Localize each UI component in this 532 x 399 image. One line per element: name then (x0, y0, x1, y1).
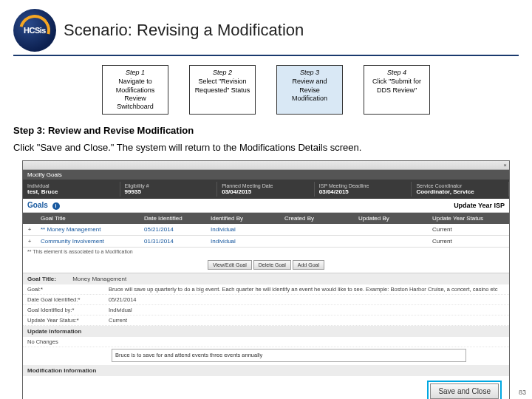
context-label: Eligibility # (125, 183, 213, 188)
no-changes-label: No Changes (27, 338, 109, 345)
view-edit-goal-button[interactable]: View/Edit Goal (208, 260, 252, 270)
cell: Individual (206, 236, 280, 247)
goal-title-value: Money Management (72, 276, 126, 282)
step-name: Step 3 (282, 69, 338, 77)
mod-association-note: ** This element is associated to a Modif… (23, 248, 509, 257)
update-textarea[interactable]: Bruce is to save for and attend events t… (112, 349, 466, 362)
cell: 05/21/2014 (140, 224, 206, 235)
cell: Current (428, 224, 509, 235)
slide-title: Scenario: Revising a Modification (64, 21, 304, 40)
column-header: Created By (280, 213, 354, 224)
context-cell: Eligibility #99935 (120, 182, 218, 197)
expand-toggle[interactable]: + (23, 236, 36, 247)
embedded-screenshot: × Modify Goals Individualtest, BruceElig… (22, 160, 510, 399)
column-header (23, 213, 36, 224)
step-body: Select "Revision Requested" Status (195, 78, 250, 93)
detail-row: Goal Identified by:*Individual (23, 305, 509, 316)
table-row[interactable]: +** Money Management05/21/2014Individual… (23, 224, 509, 236)
column-header: Goal Title (36, 213, 140, 224)
goals-table-header: Goal TitleDate IdentifiedIdentified ByCr… (23, 213, 509, 224)
context-cell: Service CoordinatorCoordinator, Service (412, 182, 509, 197)
cell: Community Involvement (36, 236, 140, 247)
column-header: Update Year Status (428, 213, 509, 224)
detail-value: Current (109, 317, 505, 324)
no-changes-row: No Changes (23, 337, 509, 347)
detail-key: Date Goal Identified:* (27, 296, 109, 303)
cell (280, 236, 354, 247)
context-cell: Planned Meeting Date03/04/2015 (217, 182, 315, 197)
column-header: Date Identified (140, 213, 206, 224)
context-label: Individual (27, 183, 115, 188)
context-cell: Individualtest, Bruce (23, 182, 120, 197)
update-year-label: Update Year ISP (454, 202, 505, 209)
step-name: Step 1 (107, 69, 163, 77)
detail-value: Bruce will save up quarterly to do a big… (109, 286, 505, 293)
goals-label: Goals (27, 201, 48, 209)
detail-key: Goal Identified by:* (27, 307, 109, 313)
instruction-text: Click "Save and Close." The system will … (13, 142, 519, 153)
goal-action-row: View/Edit GoalDelete GoalAdd Goal (23, 257, 509, 273)
step-box-3: Step 3Review and Revise Modification (276, 65, 343, 115)
step-box-1: Step 1Navigate to Modifications Review S… (102, 65, 168, 115)
slide-header: HCSis Scenario: Revising a Modification (13, 9, 519, 56)
context-value: 03/04/2015 (222, 188, 310, 195)
column-header: Identified By (206, 213, 280, 224)
step-body: Click "Submit for DDS Review" (372, 78, 421, 93)
cell: Current (428, 236, 509, 247)
cell: ** Money Management (36, 224, 140, 235)
step-body: Review and Revise Modification (292, 78, 327, 102)
cell (354, 224, 428, 235)
cell: Individual (206, 224, 280, 235)
info-icon[interactable]: i (52, 202, 60, 210)
column-header: Updated By (354, 213, 428, 224)
close-icon[interactable]: × (503, 162, 507, 168)
step-name: Step 2 (194, 69, 250, 77)
window-chrome: × (23, 161, 509, 170)
context-label: Planned Meeting Date (222, 183, 310, 188)
modification-info-header: Modification Information (23, 365, 509, 376)
cell: 01/31/2014 (140, 236, 206, 247)
section-heading: Step 3: Review and Revise Modification (13, 125, 519, 136)
detail-row: Date Goal Identified:*05/21/2014 (23, 295, 509, 305)
cell (354, 236, 428, 247)
expand-toggle[interactable]: + (23, 224, 36, 235)
context-bar: Individualtest, BruceEligibility #99935P… (23, 180, 509, 199)
context-value: 03/04/2015 (319, 188, 407, 195)
logo-text: HCSis (24, 26, 46, 35)
step-box-4: Step 4Click "Submit for DDS Review" (364, 65, 430, 115)
step-name: Step 4 (369, 69, 425, 77)
context-cell: ISP Meeting Deadline03/04/2015 (315, 182, 412, 197)
context-value: Coordinator, Service (416, 188, 504, 195)
delete-goal-button[interactable]: Delete Goal (253, 260, 291, 270)
detail-value: Individual (109, 307, 505, 313)
add-goal-button[interactable]: Add Goal (293, 260, 324, 270)
save-close-highlight: Save and Close (427, 381, 502, 399)
save-and-close-button[interactable]: Save and Close (430, 383, 499, 399)
modal-title: Modify Goals (23, 170, 509, 180)
step-flow: Step 1Navigate to Modifications Review S… (102, 65, 519, 115)
goals-header: Goals i Update Year ISP (23, 199, 509, 213)
step-body: Navigate to Modifications Review Switchb… (116, 78, 155, 110)
goal-detail-header: Goal Title: Money Management (23, 273, 509, 284)
context-label: Service Coordinator (416, 183, 504, 188)
cell (280, 224, 354, 235)
table-row[interactable]: +Community Involvement01/31/2014Individu… (23, 236, 509, 248)
context-value: 99935 (125, 188, 213, 195)
context-value: test, Bruce (27, 188, 115, 195)
goal-title-label: Goal Title: (27, 276, 56, 282)
detail-key: Update Year Status:* (27, 317, 109, 324)
detail-row: Goal:*Bruce will save up quarterly to do… (23, 284, 509, 295)
page-number: 83 (519, 389, 526, 396)
detail-row: Update Year Status:*Current (23, 316, 509, 326)
hcsis-logo: HCSis (13, 9, 56, 52)
detail-value: 05/21/2014 (109, 296, 505, 303)
update-info-header: Update Information (23, 326, 509, 337)
detail-key: Goal:* (27, 286, 109, 293)
step-box-2: Step 2Select "Revision Requested" Status (189, 65, 256, 115)
context-label: ISP Meeting Deadline (319, 183, 407, 188)
